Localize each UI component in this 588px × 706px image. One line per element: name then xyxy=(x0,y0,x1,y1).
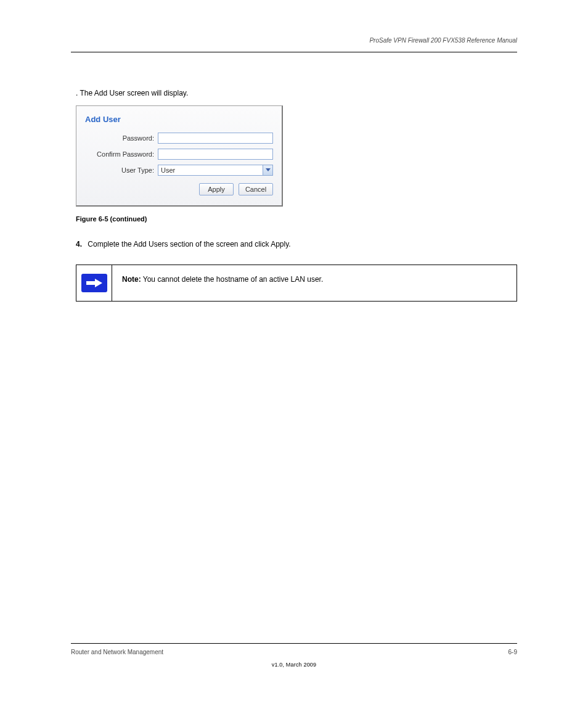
confirm-password-label: Confirm Password: xyxy=(85,150,158,158)
figure-caption: Figure 6-5 (continued) xyxy=(76,215,517,223)
footer-right: 6-9 xyxy=(508,649,517,655)
password-row: Password: xyxy=(85,133,273,144)
step-4: 4. Complete the Add Users section of the… xyxy=(76,240,517,248)
note-text: Note: You cannot delete the hostname of … xyxy=(112,265,517,301)
cancel-button[interactable]: Cancel xyxy=(239,183,273,195)
dialog-title: Add User xyxy=(85,115,273,124)
arrow-right-icon xyxy=(81,274,107,292)
note-label: Note: xyxy=(122,275,141,284)
svg-rect-0 xyxy=(86,281,95,285)
password-input[interactable] xyxy=(158,133,273,144)
footer-center: v1.0, March 2009 xyxy=(272,662,316,668)
instruction-text: . The Add User screen will display. xyxy=(76,87,517,99)
note-icon-cell xyxy=(76,265,112,301)
doc-header-title: ProSafe VPN Firewall 200 FVX538 Referenc… xyxy=(71,37,517,44)
user-type-row: User Type: User xyxy=(85,165,273,176)
password-label: Password: xyxy=(85,134,158,142)
step-4-text: Complete the Add Users section of the sc… xyxy=(88,240,290,248)
user-type-select[interactable]: User xyxy=(158,165,273,176)
apply-button[interactable]: Apply xyxy=(199,183,234,195)
note-body: You cannot delete the hostname of an act… xyxy=(143,275,323,284)
footer-left: Router and Network Management xyxy=(71,649,163,655)
page-footer: Router and Network Management 6-9 v1.0, … xyxy=(71,643,517,669)
confirm-password-input[interactable] xyxy=(158,149,273,160)
note-box: Note: You cannot delete the hostname of … xyxy=(76,265,517,302)
confirm-password-row: Confirm Password: xyxy=(85,149,273,160)
dialog-button-row: Apply Cancel xyxy=(85,183,273,195)
user-type-value: User xyxy=(158,166,263,174)
chevron-down-icon xyxy=(263,165,272,175)
add-user-dialog: Add User Password: Confirm Password: Use… xyxy=(76,105,283,207)
user-type-label: User Type: xyxy=(85,166,158,174)
step-4-number: 4. xyxy=(76,240,82,248)
